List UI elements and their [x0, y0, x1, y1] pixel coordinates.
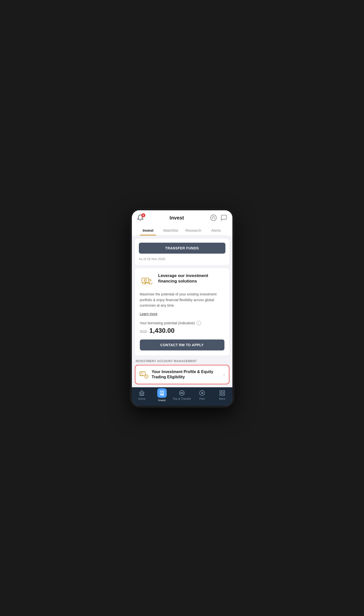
card-description: Maximise the potential of your existing … [140, 291, 224, 308]
date-text: As of 25 Nov 2020 [139, 257, 165, 261]
contact-rm-button[interactable]: CONTACT RM TO APPLY [140, 339, 224, 350]
tab-watchlist[interactable]: Watchlist [159, 225, 182, 235]
learn-more-link[interactable]: Learn more [140, 312, 158, 316]
bottom-nav: Home $ Invest [132, 387, 232, 406]
svg-point-0 [210, 215, 216, 221]
tab-bar: Invest Watchlist Research Alerts [137, 225, 227, 236]
card-title: Leverage our investment financing soluti… [158, 273, 224, 284]
info-icon[interactable]: i [197, 321, 201, 325]
borrowing-section: Your borrowing potential (indicative) i … [140, 321, 224, 335]
notification-area[interactable]: 4 [137, 214, 144, 221]
nav-item-invest[interactable]: $ Invest [152, 390, 172, 402]
phone-frame: 4 Invest [130, 208, 234, 408]
svg-marker-11 [202, 392, 204, 394]
home-nav-label: Home [138, 397, 145, 400]
tab-alerts[interactable]: Alerts [205, 225, 227, 235]
plan-nav-label: Plan [199, 397, 205, 400]
tab-research[interactable]: Research [182, 225, 205, 235]
profile-card-text: Your Investment Profile & Equity Trading… [152, 369, 220, 380]
svg-text:$: $ [162, 393, 163, 396]
svg-text:$: $ [145, 280, 146, 282]
financing-icon: $ [140, 273, 155, 288]
investment-financing-card: $ Leverage our investment financing solu… [135, 268, 229, 355]
header-actions [210, 214, 227, 221]
borrowing-currency: SGD [140, 330, 147, 334]
account-management-label: INVESTMENT ACCOUNT MANAGEMENT [132, 355, 232, 365]
header: 4 Invest [132, 210, 232, 236]
more-nav-icon [219, 390, 225, 396]
svg-rect-14 [220, 393, 222, 395]
plan-nav-icon [199, 390, 205, 396]
borrowing-amount-row: SGD 1,430.00 [140, 327, 224, 335]
borrowing-label: Your borrowing potential (indicative) i [140, 321, 224, 325]
support-icon[interactable] [210, 214, 217, 221]
notification-badge: 4 [141, 213, 145, 217]
pay-transfer-nav-label: Pay & Transfer [173, 397, 191, 400]
home-nav-icon [139, 390, 145, 396]
more-nav-label: More [219, 397, 225, 400]
svg-rect-15 [223, 393, 225, 395]
invest-nav-icon: $ [159, 390, 165, 396]
invest-nav-label: Invest [158, 399, 165, 402]
svg-rect-12 [220, 391, 222, 392]
page-title: Invest [170, 215, 184, 221]
invest-nav-icon-wrapper: $ [157, 388, 167, 398]
transfer-funds-button[interactable]: TRANSFER FUNDS [139, 243, 225, 254]
nav-item-more[interactable]: More [212, 390, 232, 402]
chevron-right-icon: › [223, 372, 225, 377]
svg-rect-13 [223, 391, 225, 392]
nav-item-pay-transfer[interactable]: Pay & Transfer [172, 390, 192, 402]
tab-invest[interactable]: Invest [137, 225, 159, 235]
profile-settings-icon [139, 370, 148, 379]
content-area: TRANSFER FUNDS As of 25 Nov 2020 $ [132, 236, 232, 387]
borrowing-amount: 1,430.00 [149, 327, 174, 334]
transfer-card: TRANSFER FUNDS As of 25 Nov 2020 [135, 239, 229, 265]
message-icon[interactable] [220, 214, 227, 221]
pay-transfer-nav-icon [179, 390, 185, 396]
investment-profile-card[interactable]: Your Investment Profile & Equity Trading… [135, 365, 229, 384]
nav-item-home[interactable]: Home [132, 390, 152, 402]
nav-item-plan[interactable]: Plan [192, 390, 212, 402]
screen: 4 Invest [132, 210, 232, 406]
card-header: $ Leverage our investment financing solu… [140, 273, 224, 288]
